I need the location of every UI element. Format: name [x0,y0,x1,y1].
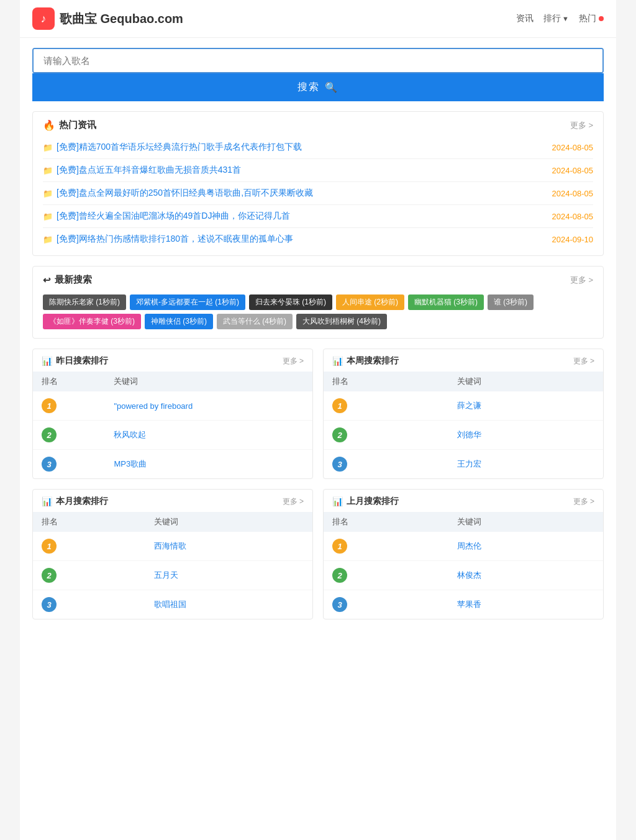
yesterday-more[interactable]: 更多 > [283,356,304,367]
rank-keyword-link[interactable]: 西海情歌 [154,541,186,550]
keyword-cell[interactable]: 林俊杰 [448,561,603,590]
hot-news-title: 🔥 热门资讯 [43,119,96,131]
search-tag[interactable]: 武当等什么 (4秒前) [217,314,293,329]
news-item-date: 2024-08-05 [552,212,594,221]
hot-news-more[interactable]: 更多 > [570,120,593,131]
table-row: 2 五月天 [33,561,312,590]
table-row: 1 "powered by fireboard [33,391,312,421]
news-item-date: 2024-08-05 [552,143,594,152]
nav-hot[interactable]: 热门 [579,13,604,24]
bar-chart-icon-3: 📊 [42,496,52,506]
search-tag[interactable]: 大风吹到梧桐树 (4秒前) [296,314,387,329]
table-row: 1 薛之谦 [324,391,603,421]
rank-badge: 1 [42,398,57,413]
rank-keyword-link[interactable]: 林俊杰 [457,570,481,580]
rank-badge: 3 [332,597,347,612]
nav-area: 资讯 排行 ▼ 热门 [516,13,604,24]
keyword-cell[interactable]: 薛之谦 [448,391,603,421]
this-month-more[interactable]: 更多 > [283,496,304,507]
rank-cell: 1 [324,391,448,421]
search-tag[interactable]: 神雕侠侣 (3秒前) [145,314,213,329]
keyword-cell[interactable]: "powered by fireboard [105,391,312,421]
this-week-more[interactable]: 更多 > [573,356,594,367]
rank-keyword-link[interactable]: 刘德华 [457,430,481,439]
table-row: 1 周杰伦 [324,532,603,561]
search-button[interactable]: 搜索 🔍 [32,73,604,101]
search-input[interactable] [34,49,602,72]
rank-keyword-link[interactable]: 秋风吹起 [114,430,146,439]
refresh-icon: ↩ [43,275,51,286]
hot-news-section: 🔥 热门资讯 更多 > 📁 [免费]精选700首华语乐坛经典流行热门歌手成名代表… [32,111,604,256]
news-item-text: [免费]精选700首华语乐坛经典流行热门歌手成名代表作打包下载 [57,142,302,153]
rank-badge: 3 [332,457,347,472]
search-tag[interactable]: 邓紫棋-多远都要在一起 (1秒前) [130,294,245,310]
rank-badge: 3 [42,597,57,612]
keyword-cell[interactable]: MP3歌曲 [105,450,312,479]
recent-search-more[interactable]: 更多 > [570,275,593,286]
news-item-title: 📁 [免费]曾经火遍全国油吧溜冰场的49首DJ神曲，你还记得几首 [43,211,290,222]
search-tag[interactable]: 幽默机器猫 (3秒前) [408,294,484,310]
col-rank-2: 排名 [324,372,448,391]
rank-keyword-link[interactable]: 歌唱祖国 [154,600,186,609]
rank-keyword-link[interactable]: 苹果香 [457,600,481,609]
header: ♪ 歌曲宝 Gequbao.com 资讯 排行 ▼ 热门 [20,0,616,38]
last-month-rank-card: 📊 上月搜索排行 更多 > 排名 关键词 1 周杰伦 [323,489,604,619]
rank-badge: 2 [332,568,347,583]
nav-rank[interactable]: 排行 ▼ [543,13,569,24]
search-tag[interactable]: 归去来兮晏珠 (1秒前) [249,294,332,310]
this-week-rank-card: 📊 本周搜索排行 更多 > 排名 关键词 1 薛之谦 [323,349,604,479]
hot-dot [599,16,604,21]
keyword-cell[interactable]: 周杰伦 [448,532,603,561]
keyword-cell[interactable]: 王力宏 [448,450,603,479]
keyword-cell[interactable]: 歌唱祖国 [145,590,312,619]
last-month-rank-header: 📊 上月搜索排行 更多 > [324,490,603,512]
keyword-cell[interactable]: 苹果香 [448,590,603,619]
news-item[interactable]: 📁 [免费]曾经火遍全国油吧溜冰场的49首DJ神曲，你还记得几首 2024-08… [43,205,593,228]
news-item[interactable]: 📁 [免费]精选700首华语乐坛经典流行热门歌手成名代表作打包下载 2024-0… [43,136,593,159]
search-tag[interactable]: 人间串途 (2秒前) [336,294,404,310]
news-item[interactable]: 📁 [免费]盘点全网最好听的250首怀旧经典粤语歌曲,百听不厌果断收藏 2024… [43,182,593,205]
recent-search-header: ↩ 最新搜索 更多 > [33,267,603,291]
news-item[interactable]: 📁 [免费]网络热门伤感情歌排行180首，述说不眠夜里的孤单心事 2024-09… [43,228,593,250]
rankings-grid: 📊 昨日搜索排行 更多 > 排名 关键词 1 "powered by fir [20,349,616,632]
search-tag[interactable]: 谁 (3秒前) [488,294,534,310]
search-tag[interactable]: 《如匪》伴奏李健 (3秒前) [43,314,141,329]
table-row: 3 歌唱祖国 [33,590,312,619]
search-input-wrap [32,48,604,73]
folder-icon: 📁 [43,143,53,152]
this-week-rank-table: 排名 关键词 1 薛之谦 2 刘德华 [324,372,603,478]
rank-keyword-link[interactable]: 五月天 [154,570,178,580]
rank-cell: 2 [33,421,105,450]
keyword-cell[interactable]: 刘德华 [448,421,603,450]
rank-cell: 3 [324,590,448,619]
table-row: 3 王力宏 [324,450,603,479]
rank-keyword-link[interactable]: 周杰伦 [457,541,481,550]
rank-cell: 3 [33,450,105,479]
rank-keyword-link[interactable]: "powered by fireboard [114,401,193,411]
this-month-rank-title: 📊 本月搜索排行 [42,496,108,507]
keyword-cell[interactable]: 秋风吹起 [105,421,312,450]
this-month-rank-card: 📊 本月搜索排行 更多 > 排名 关键词 1 西海情歌 [32,489,313,619]
news-item[interactable]: 📁 [免费]盘点近五年抖音爆红歌曲无损音质共431首 2024-08-05 [43,159,593,182]
rank-keyword-link[interactable]: MP3歌曲 [114,459,147,468]
yesterday-rank-table: 排名 关键词 1 "powered by fireboard 2 秋风吹起 [33,372,312,478]
news-item-date: 2024-09-10 [552,235,594,244]
search-tag[interactable]: 陈期快乐老家 (1秒前) [43,294,126,310]
rank-badge: 1 [42,539,57,554]
logo-area: ♪ 歌曲宝 Gequbao.com [32,7,183,30]
logo-icon: ♪ [32,7,55,30]
last-month-more[interactable]: 更多 > [573,496,594,507]
last-month-rank-table: 排名 关键词 1 周杰伦 2 林俊杰 [324,512,603,619]
table-row: 1 西海情歌 [33,532,312,561]
rank-badge: 3 [42,457,57,472]
keyword-cell[interactable]: 五月天 [145,561,312,590]
folder-icon: 📁 [43,212,53,221]
rank-keyword-link[interactable]: 王力宏 [457,459,481,468]
nav-news[interactable]: 资讯 [516,13,534,24]
hot-news-header: 🔥 热门资讯 更多 > [33,112,603,136]
rank-badge: 1 [332,539,347,554]
keyword-cell[interactable]: 西海情歌 [145,532,312,561]
yesterday-rank-card: 📊 昨日搜索排行 更多 > 排名 关键词 1 "powered by fir [32,349,313,479]
rank-cell: 1 [33,391,105,421]
rank-keyword-link[interactable]: 薛之谦 [457,401,481,410]
